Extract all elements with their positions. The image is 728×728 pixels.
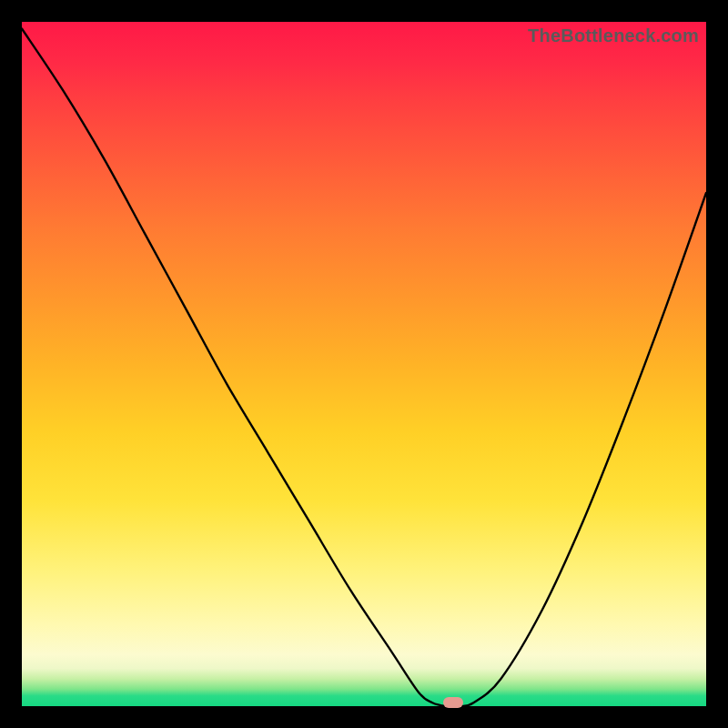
plot-area: TheBottleneck.com — [22, 22, 706, 706]
optimal-marker — [443, 697, 463, 708]
bottleneck-curve — [22, 22, 706, 706]
chart-frame: TheBottleneck.com — [0, 0, 728, 728]
